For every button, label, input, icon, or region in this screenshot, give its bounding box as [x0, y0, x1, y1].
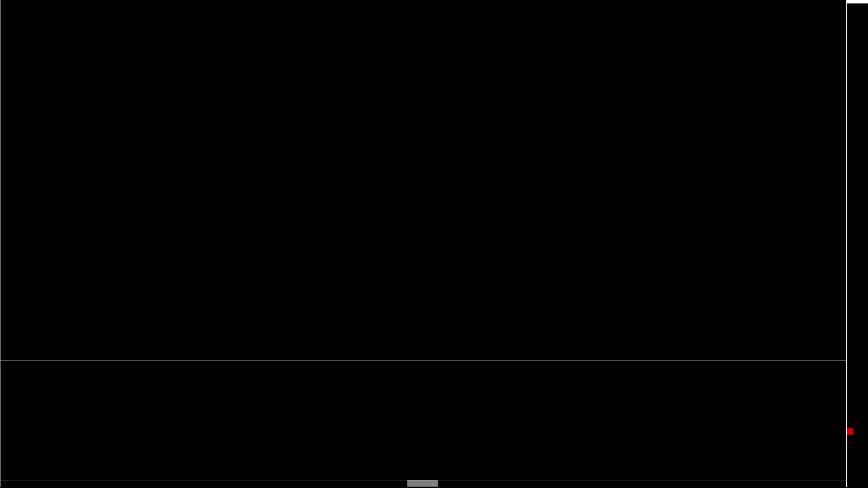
macd-zero-marker [847, 428, 854, 435]
current-price-tag [847, 0, 868, 4]
chart-plot-surface[interactable] [0, 0, 868, 488]
price-axis-border [846, 0, 847, 487]
macd-panel-top-border [0, 361, 846, 361]
trading-chart-window: { "header": { "symbol_line": "USDJPY,H1 … [0, 0, 868, 488]
macd-toggle-button[interactable] [407, 480, 438, 487]
panel-left-border [0, 0, 0, 487]
volume-strip-top-border [0, 476, 846, 476]
